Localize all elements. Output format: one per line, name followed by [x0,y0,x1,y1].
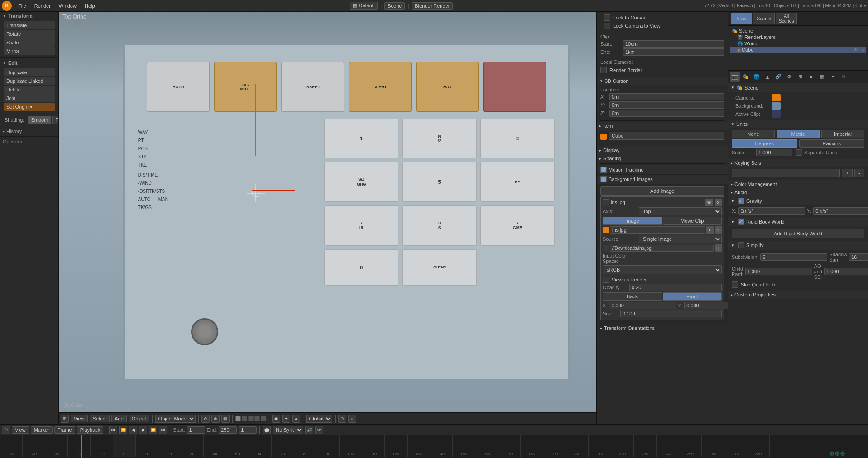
cube-tree-camera[interactable]: ▷ [861,48,864,52]
bg-size-input[interactable] [620,310,722,317]
keying-name-input[interactable] [732,169,840,177]
sync-icon[interactable]: ⟳ [315,426,323,434]
ao-input[interactable] [824,268,868,275]
bg-opacity-input[interactable] [629,284,722,291]
play-start-icon[interactable]: ⏮ [109,426,117,434]
units-header[interactable]: ▼ Units [728,120,868,128]
bg-movie-tab[interactable]: Movie Clip [663,217,722,225]
end-frame-input[interactable] [219,426,237,434]
layer-3[interactable] [248,416,254,421]
tree-render-layers[interactable]: 🎬 RenderLayers [730,34,866,40]
render-border-row[interactable]: Render Border [597,66,728,75]
timeline-marker-btn[interactable]: Marker [31,426,53,434]
tree-cube[interactable]: ■ Cube 👁 ▷ [730,47,866,53]
lock-to-cursor-row[interactable]: Lock to Cursor [600,14,724,22]
clip-end-input[interactable] [623,48,724,56]
outliner-view-btn[interactable]: View [731,13,752,24]
custom-props-header[interactable]: ▸ Custom Properties [728,291,868,299]
gravity-checkbox[interactable]: ✓ [738,198,744,204]
color-management-header[interactable]: ▸ Color Management [728,180,868,188]
keying-sets-header[interactable]: ▸ Keying Sets [728,159,868,167]
layer-icon[interactable]: ▦ [221,415,230,423]
timeline-type-icon[interactable]: ⏱ [2,426,10,434]
blender-logo[interactable]: B [2,1,12,11]
bg-front-btn[interactable]: Front [663,292,722,301]
proportional-icon[interactable]: ○ [348,415,356,423]
transform-orientations-header[interactable]: ▸ Transform Orientations [597,324,728,332]
tree-world[interactable]: 🌐 World [730,40,866,47]
render-mode-icon[interactable]: ◉ [272,415,280,423]
play-rev-icon[interactable]: ◀ [129,426,137,434]
tree-scene[interactable]: 🎭 Scene [730,28,866,34]
sync-select[interactable]: No Sync [273,426,303,434]
bg-file-browse-btn[interactable]: ⊞ [715,226,722,234]
audio-header[interactable]: ▸ Audio [728,188,868,196]
props-constraint-icon[interactable]: 🔗 [773,72,783,82]
timeline-content[interactable]: -50 -40 -30 -20 -10 0 10 20 30 40 50 60 … [0,435,868,458]
item-name-input[interactable] [609,132,724,140]
gravity-y-input[interactable] [813,207,868,215]
add-menu-button[interactable]: Add [111,415,127,422]
bg-axis-select[interactable]: Top [639,207,722,215]
bg-entry-close-btn[interactable]: ✕ [715,199,722,206]
scale-input[interactable] [756,149,792,156]
cursor-x-input[interactable] [609,93,724,100]
layer-1[interactable] [235,416,241,421]
timeline-playback-btn[interactable]: Playback [77,426,104,434]
play-next-icon[interactable]: ⏩ [149,426,157,434]
render-border-checkbox[interactable] [600,67,607,73]
play-icon[interactable]: ▶ [139,426,147,434]
bg-view-render-checkbox[interactable] [603,277,609,283]
display-header[interactable]: ▸ Display [597,146,728,154]
props-physics-icon[interactable]: ⚛ [839,72,849,82]
keying-remove-btn[interactable]: - [854,169,864,177]
radians-btn[interactable]: Radians [799,139,865,148]
bg-filepath-browse[interactable]: ⊞ [715,244,722,252]
translate-button[interactable]: Translate [4,21,55,29]
clip-start-input[interactable] [623,40,724,48]
layer-5[interactable] [261,416,266,421]
item-header[interactable]: ▸ Item [597,122,728,130]
flat-button[interactable]: Flat [52,116,59,124]
lock-to-cursor-checkbox[interactable] [604,14,610,21]
menu-help[interactable]: Help [81,2,99,10]
menu-window[interactable]: Window [55,2,80,10]
viewport-canvas[interactable]: HOLD RE-MOTE INSERT ALERT BAT 1 N/2 3 W4… [59,12,596,412]
degrees-btn[interactable]: Degrees [732,139,797,148]
add-rigid-body-btn[interactable]: Add Rigid Body World [732,229,864,238]
cube-tree-eye[interactable]: 👁 [854,48,858,52]
props-data-icon[interactable]: ⊞ [795,72,805,82]
mode-select[interactable]: Object Mode [155,415,196,423]
duplicate-linked-button[interactable]: Duplicate Linked [4,77,55,85]
smooth-button[interactable]: Smooth [28,116,51,124]
play-prev-icon[interactable]: ⏪ [119,426,127,434]
edit-header[interactable]: ▼ Edit [0,59,58,67]
cursor-3d-header[interactable]: ▼ 3D Cursor [597,77,728,85]
bg-filepath-input[interactable] [610,245,714,252]
pivot-icon[interactable]: ⊙ [201,415,210,423]
shading-header[interactable]: ▸ Shading [597,154,728,162]
bg-image-tab[interactable]: Image [603,217,662,225]
props-material-icon[interactable]: ● [806,72,816,82]
props-world-icon[interactable]: 🌐 [752,72,762,82]
timeline-frame-btn[interactable]: Frame [54,426,75,434]
bg-back-btn[interactable]: Back [603,292,662,301]
props-object-icon[interactable]: ▲ [762,72,772,82]
object-menu-button[interactable]: Object [129,415,149,422]
key-type-icon[interactable]: ⬤ [263,426,271,434]
menu-render[interactable]: Render [31,2,54,10]
bg-images-checkbox[interactable]: ✓ [600,176,607,182]
motion-tracking-checkbox[interactable]: ✓ [600,167,607,173]
bg-colorspace-select[interactable]: sRGB [603,265,722,274]
add-image-button[interactable]: Add Image [600,186,724,196]
bg-y-input[interactable] [684,302,728,309]
cursor-y-input[interactable] [609,101,724,109]
outliner-all-scenes-btn[interactable]: All Scenes [776,13,797,24]
bg-x-input[interactable] [609,302,676,309]
props-modifier-icon[interactable]: ⚙ [784,72,794,82]
bg-view-render-row[interactable]: View as Render [603,276,722,284]
play-end-icon[interactable]: ⏭ [159,426,167,434]
timeline-view-btn[interactable]: View [12,426,29,434]
simplify-header[interactable]: ▼ Simplify [728,241,868,250]
scene-selector[interactable]: Scene [384,2,405,10]
